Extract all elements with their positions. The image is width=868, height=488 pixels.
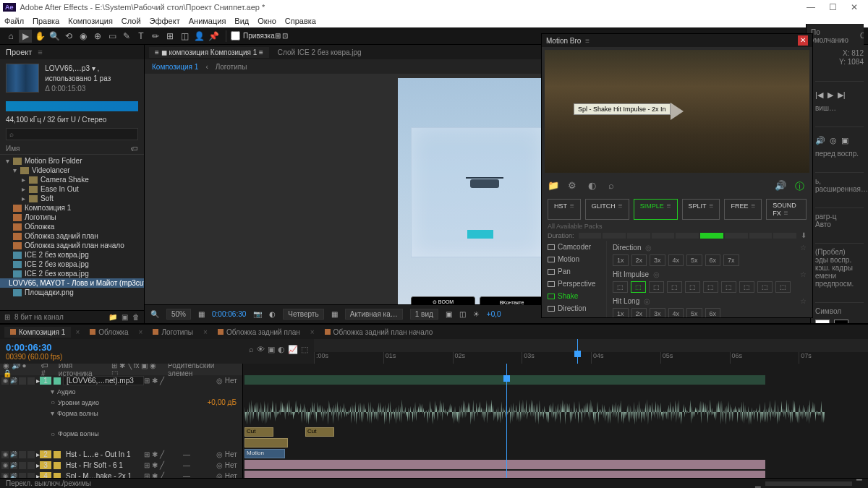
maximize-button[interactable]: ☐ <box>822 2 843 12</box>
breadcrumb-child[interactable]: Логотипы <box>216 63 247 71</box>
category-hst[interactable]: HST≡ <box>548 199 581 220</box>
timeline-tab[interactable]: Композиция 1 <box>4 327 71 338</box>
col-parent[interactable]: Родительский элемен <box>168 364 239 377</box>
tree-item[interactable]: ▾Videolancer <box>0 166 144 175</box>
roto-tool[interactable]: 👤 <box>192 30 205 43</box>
workspace-help[interactable]: Справка <box>860 32 864 40</box>
folder-icon[interactable]: 📁 <box>548 180 559 192</box>
category-free[interactable]: FREE≡ <box>724 199 762 220</box>
col-name[interactable]: Имя <box>6 145 20 153</box>
menu-edit[interactable]: Правка <box>33 17 59 25</box>
breadcrumb-root[interactable]: Композиция 1 <box>152 63 198 71</box>
frame-blend-icon[interactable]: ▣ <box>268 345 275 354</box>
search-layers-icon[interactable]: ⌕ <box>249 345 254 354</box>
motion-blur-icon[interactable]: ◐ <box>278 345 285 354</box>
list-item[interactable]: Camcoder <box>542 241 606 253</box>
list-item[interactable]: Direction <box>542 302 606 314</box>
chip[interactable]: 5x <box>686 254 702 266</box>
playhead-line[interactable] <box>506 364 507 478</box>
orbit-tool[interactable]: ⟲ <box>62 30 75 43</box>
tree-item[interactable]: ▸Ease In Out <box>0 184 144 194</box>
menu-help[interactable]: Справка <box>285 17 316 25</box>
chip[interactable]: ⬚ <box>649 281 664 293</box>
project-tree[interactable]: ▾Motion Bro Folder▾Videolancer▸Camera Sh… <box>0 155 144 310</box>
chip[interactable]: 3x <box>650 254 665 266</box>
zoom-in-icon[interactable]: ▔ <box>856 479 862 487</box>
list-item[interactable]: Perspective <box>542 278 606 290</box>
new-comp-icon[interactable]: ▣ <box>122 313 128 321</box>
chip[interactable]: ⬚ <box>631 281 646 293</box>
chip[interactable]: ⬚ <box>721 281 736 293</box>
menu-layer[interactable]: Слой <box>122 17 141 25</box>
tree-item[interactable]: Обложка задний план <box>0 231 144 241</box>
tree-item[interactable]: ICE 2 без ковра.jpg <box>0 269 144 278</box>
canvas[interactable]: ⊙ BOOM ВКонтакте MUSIC Google Play <box>398 78 557 304</box>
snap-toggle[interactable]: Привязка ⊞ ⊡ <box>231 31 288 40</box>
settings-icon[interactable]: ⚙ <box>568 180 579 192</box>
shy-icon[interactable]: 👁 <box>257 345 265 354</box>
clip[interactable]: Motion <box>244 449 285 458</box>
workspace-default[interactable]: По умолчанию <box>811 28 848 44</box>
clip[interactable] <box>244 438 288 448</box>
tree-item[interactable]: Площадки.png <box>0 288 144 297</box>
channel-icon[interactable]: ◐ <box>269 310 276 318</box>
puppet-tool[interactable]: 📌 <box>207 30 220 43</box>
stamp-tool[interactable]: ⊞ <box>163 30 176 43</box>
chip[interactable]: 5x <box>686 308 702 317</box>
preset-category-list[interactable]: CamcoderMotionPanPerspectiveShakeDirecti… <box>542 241 607 317</box>
menu-composition[interactable]: Композиция <box>68 17 113 25</box>
chip[interactable]: 6x <box>705 308 721 317</box>
timeline-tab[interactable]: Логотипы <box>147 327 199 338</box>
3d-icon[interactable]: ◫ <box>459 310 466 318</box>
timeline-tab[interactable]: Обложка задний план начало <box>319 327 439 338</box>
chip[interactable]: ⬚ <box>739 281 754 293</box>
exposure-icon[interactable]: ☀ <box>473 310 480 318</box>
toggle-switches[interactable]: Перекл. выключ./режимы <box>6 479 91 487</box>
clip[interactable]: Cut <box>305 427 334 437</box>
loop-icon[interactable]: ◎ <box>830 136 837 145</box>
rotate-tool[interactable]: ◉ <box>77 30 90 43</box>
playhead[interactable] <box>577 339 578 364</box>
mute-icon[interactable]: ▣ <box>841 136 848 145</box>
bpc-button[interactable]: 8 бит на канал <box>14 313 64 321</box>
timeline-tab[interactable]: Обложка <box>84 327 134 338</box>
chip[interactable]: 1x <box>613 308 629 317</box>
zoom-out-icon[interactable]: ▁ <box>755 479 761 487</box>
comp-tab-active[interactable]: ≡ ◼ композиция Композиция 1 ≡ <box>149 47 269 58</box>
menu-effect[interactable]: Эффект <box>150 17 180 25</box>
list-item[interactable]: Motion <box>542 253 606 265</box>
menu-animation[interactable]: Анимация <box>189 17 226 25</box>
grid-icon[interactable]: ▦ <box>331 310 338 318</box>
category-glitch[interactable]: GLITCH≡ <box>585 199 629 220</box>
selection-tool[interactable]: ▶ <box>19 30 32 43</box>
trash-icon[interactable]: 🗑 <box>132 313 140 321</box>
tree-item[interactable]: Логотипы <box>0 213 144 222</box>
clip[interactable]: Cut <box>244 427 273 437</box>
pen-tool[interactable]: ✎ <box>120 30 133 43</box>
new-folder-icon[interactable]: 📁 <box>109 313 117 321</box>
info-icon[interactable]: ⓘ <box>795 180 807 192</box>
chip[interactable]: ⬚ <box>613 281 628 293</box>
brush-tool[interactable]: ✏ <box>149 30 162 43</box>
zoom-dropdown[interactable]: 50% <box>166 309 191 320</box>
chip[interactable]: ⬚ <box>775 281 791 293</box>
viewer-timecode[interactable]: 0:00:06:30 <box>212 310 246 318</box>
views-dropdown[interactable]: 1 вид <box>410 309 438 320</box>
chip[interactable]: 4x <box>668 308 684 317</box>
timeline-layer[interactable]: ▾ Аудио <box>0 386 242 397</box>
tree-item[interactable]: ICE 2 без ковра.jpg <box>0 260 144 269</box>
list-item[interactable]: Pan <box>542 265 606 278</box>
draft3d-icon[interactable]: ⬚ <box>301 345 308 354</box>
timeline-layer[interactable]: ◉🔊▸3Hst - Flr Soft - 6 1⊞ ✱ ╱—◎ Нет <box>0 460 242 471</box>
layer-tab[interactable]: Слой ICE 2 без ковра.jpg <box>272 47 367 58</box>
chip[interactable]: 3x <box>650 308 665 317</box>
text-tool[interactable]: T <box>135 30 148 43</box>
menu-window[interactable]: Окно <box>258 17 276 25</box>
timeline-layer[interactable]: ▾ Форма волны <box>0 408 242 419</box>
chip[interactable]: ⬚ <box>757 281 773 293</box>
hand-tool[interactable]: ✋ <box>33 30 46 43</box>
rect-tool[interactable]: ▭ <box>106 30 119 43</box>
chip[interactable]: 4x <box>668 254 684 266</box>
tree-item[interactable]: ▸Soft <box>0 194 144 203</box>
play-icon[interactable]: ▶ <box>827 90 833 100</box>
